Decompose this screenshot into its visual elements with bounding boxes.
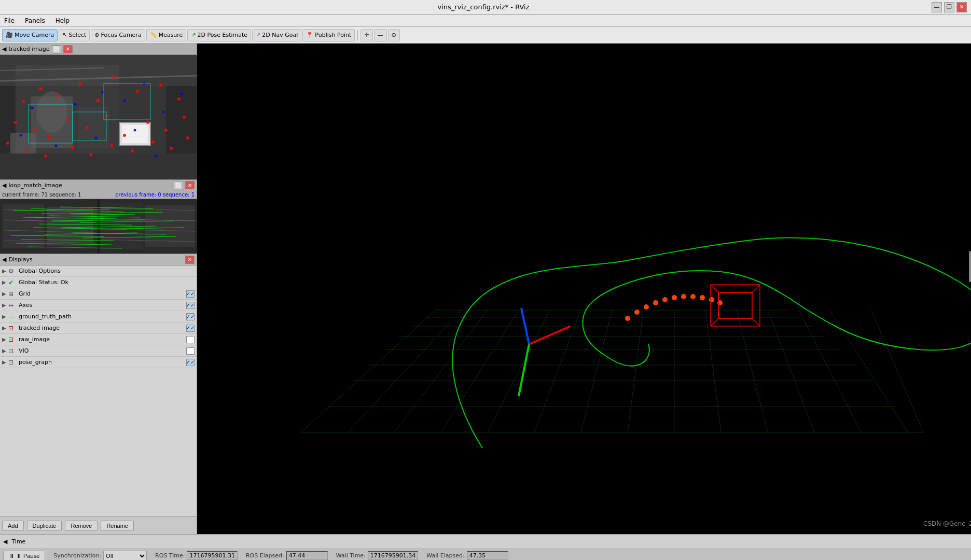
focus-camera-icon: ⊕ bbox=[94, 32, 99, 38]
ground-truth-checkbox[interactable]: ✓ bbox=[186, 313, 195, 320]
main-area: ◀ tracked image ⬜ ✕ bbox=[0, 44, 971, 534]
svg-point-15 bbox=[39, 87, 42, 90]
wall-elapsed-section: Wall Elapsed: 47.35 bbox=[426, 551, 508, 560]
tracked-image-close[interactable]: ✕ bbox=[63, 45, 73, 53]
grid-arrow: ▶ bbox=[2, 291, 8, 297]
svg-point-23 bbox=[14, 121, 17, 124]
loop-prev-frame: previous frame: 0 sequence: 1 bbox=[115, 192, 195, 198]
3d-viewport[interactable]: CSDN @Gene_231ps bbox=[197, 44, 971, 534]
displays-list: ▶ ⚙ Global Options ▶ ✔ Global Status: Ok… bbox=[0, 265, 197, 516]
display-raw-image[interactable]: ▶ ⊡ raw_image bbox=[0, 334, 197, 345]
wall-time-section: Wall Time: 1716795901.34 bbox=[336, 551, 419, 560]
wall-elapsed-value: 47.35 bbox=[467, 551, 508, 560]
loop-match-header: ◀ loop_match_image ⬜ ✕ current frame: 71… bbox=[0, 180, 197, 199]
loop-match-maximize[interactable]: ⬜ bbox=[174, 181, 183, 189]
display-global-status[interactable]: ▶ ✔ Global Status: Ok bbox=[0, 277, 197, 288]
raw-image-checkbox[interactable] bbox=[186, 336, 195, 343]
menu-file[interactable]: File bbox=[2, 16, 17, 25]
measure-button[interactable]: 📏 Measure bbox=[146, 29, 187, 41]
nav-goal-button[interactable]: ↗ 2D Nav Goal bbox=[252, 29, 301, 41]
select-icon: ↖ bbox=[62, 32, 67, 38]
remove-button[interactable]: Remove bbox=[65, 521, 98, 531]
vio-arrow: ▶ bbox=[2, 348, 8, 354]
svg-point-43 bbox=[31, 107, 34, 109]
viewport-svg: CSDN @Gene_231ps bbox=[197, 44, 971, 534]
pause-button[interactable]: ⏸ ⏸ Pause bbox=[3, 551, 45, 561]
display-axes[interactable]: ▶ ↔ Axes ✓ bbox=[0, 300, 197, 311]
extra-button[interactable]: ⊙ bbox=[388, 29, 400, 41]
svg-rect-67 bbox=[101, 203, 143, 249]
vio-icon: ⊡ bbox=[8, 347, 18, 355]
toolbar-separator bbox=[357, 30, 358, 40]
focus-camera-button[interactable]: ⊕ Focus Camera bbox=[91, 29, 145, 41]
display-ground-truth[interactable]: ▶ — ground_truth_path ✓ bbox=[0, 311, 197, 323]
global-status-icon: ✔ bbox=[8, 279, 18, 286]
tracked-image-maximize[interactable]: ⬜ bbox=[52, 45, 61, 53]
restore-button[interactable]: ❐ bbox=[944, 2, 954, 12]
svg-point-24 bbox=[33, 129, 36, 132]
global-status-arrow: ▶ bbox=[2, 279, 8, 285]
displays-close[interactable]: ✕ bbox=[185, 256, 195, 264]
tracked-image-collapse-icon: ◀ bbox=[2, 46, 6, 52]
publish-point-button[interactable]: 📍 Publish Point bbox=[302, 29, 355, 41]
svg-point-9 bbox=[36, 91, 67, 133]
global-status-label: Global Status: Ok bbox=[19, 279, 195, 286]
move-camera-button[interactable]: 🎥 Move Camera bbox=[2, 29, 58, 41]
axes-checkbox[interactable]: ✓ bbox=[186, 302, 195, 309]
rename-button[interactable]: Rename bbox=[101, 521, 134, 531]
grid-icon: ⊞ bbox=[8, 290, 18, 298]
pose-estimate-button[interactable]: ↗ 2D Pose Estimate bbox=[187, 29, 251, 41]
svg-point-125 bbox=[690, 294, 696, 299]
nav-goal-icon: ↗ bbox=[256, 32, 260, 38]
camera-icon: — bbox=[378, 32, 383, 38]
axes-label: Axes bbox=[19, 302, 186, 309]
svg-point-18 bbox=[96, 99, 100, 102]
display-tracked-image[interactable]: ▶ ⊡ tracked image ✓ bbox=[0, 323, 197, 334]
publish-point-icon: 📍 bbox=[306, 32, 313, 38]
display-vio[interactable]: ▶ ⊡ VIO bbox=[0, 345, 197, 357]
svg-point-54 bbox=[155, 155, 157, 158]
sync-select[interactable]: Off Exact Approximate bbox=[103, 551, 147, 561]
watermark: CSDN @Gene_231ps bbox=[923, 520, 971, 527]
grid-checkbox[interactable]: ✓ bbox=[186, 290, 195, 298]
duplicate-button[interactable]: Duplicate bbox=[27, 521, 62, 531]
close-button[interactable]: ✕ bbox=[956, 2, 967, 12]
raw-image-label: raw_image bbox=[19, 336, 186, 343]
bottombar: ⏸ ⏸ Pause Synchronization: Off Exact App… bbox=[0, 549, 971, 560]
time-label: Time bbox=[11, 538, 25, 545]
loop-match-canvas bbox=[0, 199, 197, 254]
pose-graph-arrow: ▶ bbox=[2, 359, 8, 365]
axes-arrow: ▶ bbox=[2, 302, 8, 308]
svg-point-26 bbox=[66, 118, 69, 121]
pose-graph-checkbox[interactable]: ✓ bbox=[186, 359, 195, 366]
add-button[interactable]: Add bbox=[2, 521, 24, 531]
display-global-options[interactable]: ▶ ⚙ Global Options bbox=[0, 265, 197, 277]
svg-point-19 bbox=[113, 75, 116, 78]
interact-button[interactable]: ✛ bbox=[360, 29, 372, 41]
ros-time-section: ROS Time: 1716795901.31 bbox=[155, 551, 238, 560]
display-grid[interactable]: ▶ ⊞ Grid ✓ bbox=[0, 288, 197, 300]
grid-label: Grid bbox=[19, 290, 186, 297]
svg-point-44 bbox=[74, 103, 77, 106]
vio-checkbox[interactable] bbox=[186, 347, 195, 355]
camera-button[interactable]: — bbox=[374, 29, 387, 41]
loop-match-title: loop_match_image bbox=[8, 182, 62, 189]
minimize-button[interactable]: — bbox=[932, 2, 942, 12]
svg-point-120 bbox=[644, 304, 649, 310]
svg-point-53 bbox=[134, 129, 136, 132]
svg-point-127 bbox=[709, 297, 714, 302]
svg-point-122 bbox=[662, 297, 668, 302]
select-button[interactable]: ↖ Select bbox=[59, 29, 90, 41]
svg-rect-93 bbox=[197, 44, 971, 534]
right-edge-handle[interactable] bbox=[969, 251, 971, 282]
tracked-image-checkbox[interactable]: ✓ bbox=[186, 325, 195, 332]
loop-match-close[interactable]: ✕ bbox=[185, 181, 195, 189]
ground-truth-icon: — bbox=[8, 313, 18, 320]
svg-point-126 bbox=[700, 295, 705, 300]
menu-panels[interactable]: Panels bbox=[23, 16, 47, 25]
display-pose-graph[interactable]: ▶ ⊡ pose_graph ✓ bbox=[0, 357, 197, 368]
menu-help[interactable]: Help bbox=[53, 16, 72, 25]
svg-point-37 bbox=[89, 153, 92, 156]
svg-rect-5 bbox=[78, 107, 109, 148]
displays-panel: ◀ Displays ✕ ▶ ⚙ Global Options ▶ ✔ Glob… bbox=[0, 254, 197, 534]
